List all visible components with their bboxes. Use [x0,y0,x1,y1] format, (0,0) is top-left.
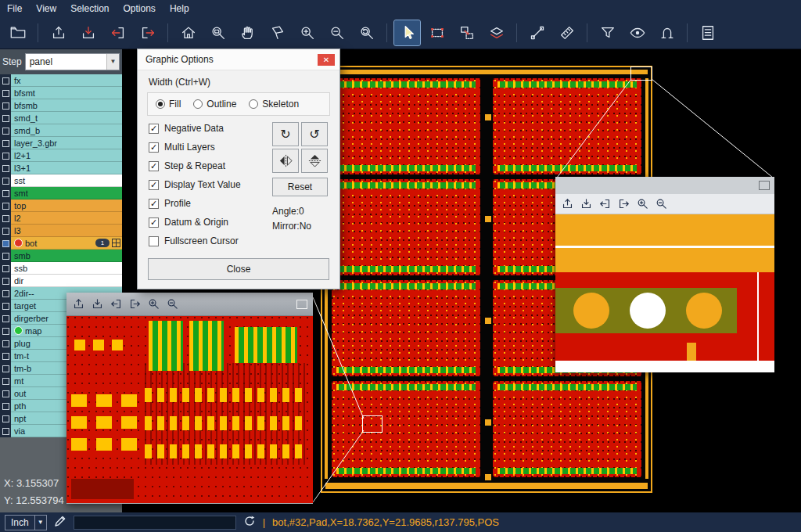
check-negative-data[interactable]: Negative Data [149,122,266,135]
transform-button[interactable] [454,20,480,45]
import-right-button[interactable] [128,297,142,311]
menu-file[interactable]: File [7,3,22,14]
layer-checkbox[interactable] [0,387,11,400]
layer-checkbox[interactable] [0,200,11,212]
menu-help[interactable]: Help [170,3,189,14]
rotate-cw-button[interactable]: ↻ [272,122,299,146]
layer-name[interactable]: bfsmb [11,99,122,112]
zoom-in-button[interactable] [636,197,649,210]
check-datum-origin[interactable]: Datum & Origin [149,216,266,228]
magnifier-window-right[interactable] [555,177,774,372]
radio-skeleton[interactable]: Skeleton [249,99,299,110]
layer-name[interactable]: bfsmt [11,87,122,99]
import-right-button[interactable] [135,20,160,45]
layer-checkbox[interactable] [0,162,11,174]
sketch-pen-icon[interactable] [54,515,66,530]
layer-checkbox[interactable] [0,149,11,162]
command-input[interactable] [74,516,236,530]
layer-checkbox[interactable] [0,225,11,237]
import-left-button[interactable] [105,20,131,45]
import-up-button[interactable] [561,197,574,210]
dialog-titlebar[interactable]: Graphic Options ✕ [138,49,339,70]
import-down-button[interactable] [91,297,104,311]
layer-checkbox[interactable] [0,87,11,99]
radio-fill[interactable]: Fill [156,99,181,110]
layer-name[interactable]: layer_3.gbr [11,137,122,149]
check-step-repeat[interactable]: Step & Repeat [149,160,266,172]
layer-checkbox[interactable] [0,137,11,149]
layer-checkbox[interactable] [0,337,11,350]
restore-window-icon[interactable] [296,300,307,309]
layer-checkbox[interactable] [0,287,11,300]
graphic-options-dialog[interactable]: Graphic Options ✕ Width (Ctrl+W) Fill Ou… [137,49,340,289]
zoom-window-button[interactable] [205,20,231,45]
layer-name[interactable]: smd_b [11,124,122,137]
refresh-icon[interactable] [243,515,256,530]
layer-checkbox[interactable] [0,99,11,112]
reset-button[interactable]: Reset [272,178,328,196]
layer-name[interactable]: smt [11,187,122,200]
layers-button[interactable] [483,20,509,45]
import-up-button[interactable] [45,20,71,45]
layer-name[interactable]: l3 [11,225,122,237]
check-multi-layers[interactable]: Multi Layers [149,141,266,153]
pointer-tool-button[interactable] [394,20,420,45]
import-right-button[interactable] [617,197,630,210]
layer-checkbox[interactable] [0,74,11,87]
layer-name[interactable]: top [11,200,122,212]
magnifier-viewport[interactable] [66,316,313,503]
layer-checkbox[interactable] [0,250,11,262]
layer-name[interactable]: l2+1 [11,149,122,162]
zoom-in-button[interactable] [147,297,160,311]
import-down-button[interactable] [580,197,593,210]
layer-checkbox[interactable] [0,174,11,187]
layer-checkbox[interactable] [0,112,11,124]
layer-checkbox[interactable] [0,275,11,287]
layer-checkbox[interactable] [0,262,11,275]
import-left-button[interactable] [598,197,612,210]
zoom-out-button[interactable] [655,197,668,210]
select-polygon-button[interactable] [264,20,290,45]
layer-checkbox[interactable] [0,325,11,337]
layer-name[interactable]: smd_t [11,112,122,124]
zoom-out-button[interactable] [324,20,350,45]
open-folder-button[interactable] [5,20,31,45]
unit-select[interactable]: Inch ▼ [5,515,47,530]
step-select[interactable]: panel ▼ [25,53,120,70]
layer-checkbox[interactable] [0,362,11,375]
layer-name[interactable]: sst [11,174,122,187]
report-button[interactable] [695,20,720,45]
layer-name[interactable]: l2 [11,212,122,225]
restore-window-icon[interactable] [759,181,770,190]
zoom-in-button[interactable] [294,20,320,45]
select-rectangle-button[interactable] [424,20,450,45]
layer-name[interactable]: dir [11,275,122,287]
home-button[interactable] [175,20,201,45]
layer-checkbox[interactable] [0,187,11,200]
rotate-ccw-button[interactable]: ↺ [301,122,328,146]
layer-checkbox[interactable] [0,237,11,250]
menu-selection[interactable]: Selection [70,3,109,14]
magnifier-window-left[interactable] [66,293,313,504]
filter-button[interactable] [594,20,620,45]
layer-checkbox[interactable] [0,412,11,425]
menu-options[interactable]: Options [124,3,156,14]
ruler-button[interactable] [554,20,580,45]
layer-checkbox[interactable] [0,124,11,137]
magnifier-viewport[interactable] [555,214,774,372]
check-fullscreen-cursor[interactable]: Fullscreen Cursor [149,235,266,247]
zoom-out-button[interactable] [166,297,179,311]
import-left-button[interactable] [110,297,123,311]
menu-view[interactable]: View [36,3,56,14]
radio-outline[interactable]: Outline [193,99,236,110]
layer-name[interactable]: bot1 [11,237,122,250]
pan-button[interactable] [235,20,260,45]
check-display-text-value[interactable]: Display Text Value [149,178,266,191]
close-icon[interactable]: ✕ [318,54,335,66]
view-options-button[interactable] [624,20,650,45]
zoom-previous-button[interactable] [354,20,379,45]
layer-checkbox[interactable] [0,375,11,387]
layer-name[interactable]: fx [11,74,122,87]
layer-name[interactable]: l3+1 [11,162,122,174]
layer-checkbox[interactable] [0,400,11,412]
